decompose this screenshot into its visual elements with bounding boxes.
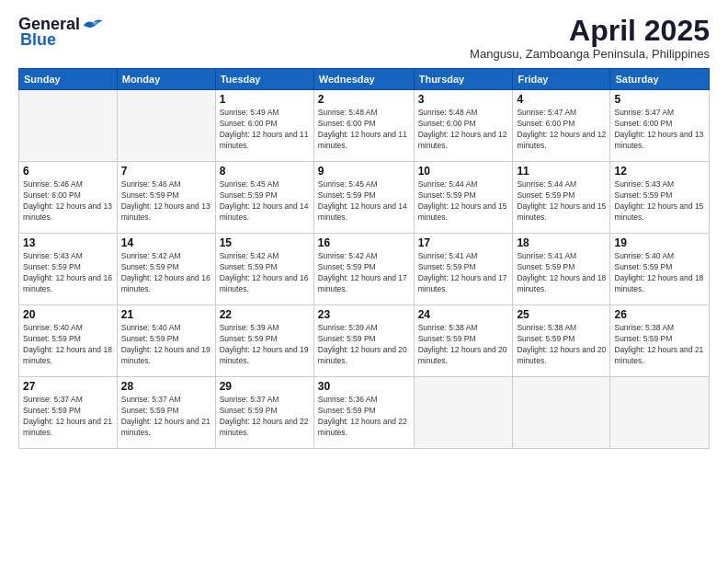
day-info: Sunrise: 5:45 AMSunset: 5:59 PMDaylight:… (318, 179, 410, 224)
calendar-cell: 9Sunrise: 5:45 AMSunset: 5:59 PMDaylight… (313, 162, 414, 234)
calendar-week-3: 13Sunrise: 5:43 AMSunset: 5:59 PMDayligh… (19, 234, 710, 305)
weekday-header-sunday: Sunday (19, 69, 118, 90)
day-info: Sunrise: 5:42 AMSunset: 5:59 PMDaylight:… (318, 251, 410, 295)
calendar-cell: 26Sunrise: 5:38 AMSunset: 5:59 PMDayligh… (610, 305, 710, 377)
calendar-title: April 2025 (470, 15, 710, 47)
day-number: 28 (121, 380, 211, 393)
day-info: Sunrise: 5:45 AMSunset: 5:59 PMDaylight:… (220, 179, 310, 224)
day-number: 7 (121, 165, 211, 178)
day-info: Sunrise: 5:38 AMSunset: 5:59 PMDaylight:… (614, 323, 705, 367)
calendar-cell: 7Sunrise: 5:46 AMSunset: 5:59 PMDaylight… (117, 162, 215, 234)
calendar-cell: 18Sunrise: 5:41 AMSunset: 5:59 PMDayligh… (513, 234, 610, 305)
day-info: Sunrise: 5:43 AMSunset: 5:59 PMDaylight:… (614, 179, 705, 224)
day-number: 23 (318, 308, 410, 321)
day-number: 12 (614, 165, 705, 178)
day-info: Sunrise: 5:38 AMSunset: 5:59 PMDaylight:… (418, 323, 509, 367)
day-info: Sunrise: 5:40 AMSunset: 5:59 PMDaylight:… (614, 251, 705, 295)
calendar-cell: 6Sunrise: 5:46 AMSunset: 6:00 PMDaylight… (19, 162, 118, 234)
calendar-cell: 15Sunrise: 5:42 AMSunset: 5:59 PMDayligh… (215, 234, 313, 305)
day-number: 4 (517, 93, 606, 106)
day-info: Sunrise: 5:41 AMSunset: 5:59 PMDaylight:… (418, 251, 509, 295)
day-info: Sunrise: 5:39 AMSunset: 5:59 PMDaylight:… (220, 323, 310, 367)
day-info: Sunrise: 5:36 AMSunset: 5:59 PMDaylight:… (318, 395, 410, 439)
day-number: 9 (318, 165, 410, 178)
calendar-cell: 24Sunrise: 5:38 AMSunset: 5:59 PMDayligh… (414, 305, 513, 377)
day-info: Sunrise: 5:48 AMSunset: 6:00 PMDaylight:… (418, 108, 509, 152)
day-number: 29 (220, 380, 310, 393)
calendar-cell: 12Sunrise: 5:43 AMSunset: 5:59 PMDayligh… (610, 162, 710, 234)
day-number: 15 (220, 236, 310, 249)
calendar-cell: 10Sunrise: 5:44 AMSunset: 5:59 PMDayligh… (414, 162, 513, 234)
day-info: Sunrise: 5:37 AMSunset: 5:59 PMDaylight:… (220, 395, 310, 439)
day-number: 24 (418, 308, 509, 321)
day-info: Sunrise: 5:40 AMSunset: 5:59 PMDaylight:… (121, 323, 211, 367)
day-info: Sunrise: 5:37 AMSunset: 5:59 PMDaylight:… (121, 395, 211, 439)
day-info: Sunrise: 5:37 AMSunset: 5:59 PMDaylight:… (23, 395, 113, 439)
day-number: 25 (517, 308, 606, 321)
calendar-cell: 16Sunrise: 5:42 AMSunset: 5:59 PMDayligh… (313, 234, 414, 305)
day-number: 11 (517, 165, 606, 178)
day-info: Sunrise: 5:48 AMSunset: 6:00 PMDaylight:… (318, 108, 410, 152)
calendar-cell: 20Sunrise: 5:40 AMSunset: 5:59 PMDayligh… (19, 305, 118, 377)
day-number: 1 (220, 93, 310, 106)
calendar-cell: 5Sunrise: 5:47 AMSunset: 6:00 PMDaylight… (610, 90, 710, 162)
day-info: Sunrise: 5:39 AMSunset: 5:59 PMDaylight:… (318, 323, 410, 367)
calendar-cell: 1Sunrise: 5:49 AMSunset: 6:00 PMDaylight… (215, 90, 313, 162)
calendar-cell: 17Sunrise: 5:41 AMSunset: 5:59 PMDayligh… (414, 234, 513, 305)
calendar-cell: 28Sunrise: 5:37 AMSunset: 5:59 PMDayligh… (117, 377, 215, 449)
calendar-subtitle: Mangusu, Zamboanga Peninsula, Philippine… (470, 47, 710, 61)
day-info: Sunrise: 5:46 AMSunset: 5:59 PMDaylight:… (121, 179, 211, 224)
day-info: Sunrise: 5:44 AMSunset: 5:59 PMDaylight:… (418, 179, 509, 224)
calendar-week-2: 6Sunrise: 5:46 AMSunset: 6:00 PMDaylight… (19, 162, 710, 234)
day-number: 10 (418, 165, 509, 178)
calendar-cell (513, 377, 610, 449)
calendar-cell: 21Sunrise: 5:40 AMSunset: 5:59 PMDayligh… (117, 305, 215, 377)
weekday-header-thursday: Thursday (414, 69, 513, 90)
calendar-cell: 19Sunrise: 5:40 AMSunset: 5:59 PMDayligh… (610, 234, 710, 305)
logo: General Blue (18, 15, 104, 50)
day-number: 17 (418, 236, 509, 249)
calendar-cell: 3Sunrise: 5:48 AMSunset: 6:00 PMDaylight… (414, 90, 513, 162)
day-number: 20 (23, 308, 113, 321)
day-number: 13 (23, 236, 113, 249)
day-info: Sunrise: 5:49 AMSunset: 6:00 PMDaylight:… (220, 108, 310, 152)
day-info: Sunrise: 5:40 AMSunset: 5:59 PMDaylight:… (23, 323, 113, 367)
day-number: 3 (418, 93, 509, 106)
day-number: 26 (614, 308, 705, 321)
calendar-cell: 30Sunrise: 5:36 AMSunset: 5:59 PMDayligh… (313, 377, 414, 449)
day-number: 27 (23, 380, 113, 393)
day-number: 22 (220, 308, 310, 321)
calendar-cell: 2Sunrise: 5:48 AMSunset: 6:00 PMDaylight… (313, 90, 414, 162)
weekday-header-monday: Monday (117, 69, 215, 90)
day-number: 14 (121, 236, 211, 249)
weekday-header-friday: Friday (513, 69, 610, 90)
calendar-cell: 23Sunrise: 5:39 AMSunset: 5:59 PMDayligh… (313, 305, 414, 377)
logo-blue-text: Blue (20, 30, 56, 50)
day-info: Sunrise: 5:47 AMSunset: 6:00 PMDaylight:… (614, 108, 705, 152)
day-number: 2 (318, 93, 410, 106)
day-number: 6 (23, 165, 113, 178)
calendar-cell: 29Sunrise: 5:37 AMSunset: 5:59 PMDayligh… (215, 377, 313, 449)
day-number: 5 (614, 93, 705, 106)
weekday-header-tuesday: Tuesday (215, 69, 313, 90)
day-info: Sunrise: 5:44 AMSunset: 5:59 PMDaylight:… (517, 179, 606, 224)
calendar-header-row: SundayMondayTuesdayWednesdayThursdayFrid… (19, 69, 710, 90)
calendar-cell (19, 90, 118, 162)
calendar-cell: 13Sunrise: 5:43 AMSunset: 5:59 PMDayligh… (19, 234, 118, 305)
calendar-week-1: 1Sunrise: 5:49 AMSunset: 6:00 PMDaylight… (19, 90, 710, 162)
page: General Blue April 2025 Mangusu, Zamboan… (0, 0, 728, 563)
calendar-cell: 4Sunrise: 5:47 AMSunset: 6:00 PMDaylight… (513, 90, 610, 162)
calendar-table: SundayMondayTuesdayWednesdayThursdayFrid… (18, 68, 710, 449)
day-number: 8 (220, 165, 310, 178)
calendar-cell: 22Sunrise: 5:39 AMSunset: 5:59 PMDayligh… (215, 305, 313, 377)
header: General Blue April 2025 Mangusu, Zamboan… (18, 15, 710, 61)
day-info: Sunrise: 5:41 AMSunset: 5:59 PMDaylight:… (517, 251, 606, 295)
day-number: 30 (318, 380, 410, 393)
weekday-header-saturday: Saturday (610, 69, 710, 90)
day-number: 18 (517, 236, 606, 249)
day-number: 21 (121, 308, 211, 321)
title-block: April 2025 Mangusu, Zamboanga Peninsula,… (470, 15, 710, 61)
day-number: 16 (318, 236, 410, 249)
calendar-cell: 14Sunrise: 5:42 AMSunset: 5:59 PMDayligh… (117, 234, 215, 305)
day-info: Sunrise: 5:43 AMSunset: 5:59 PMDaylight:… (23, 251, 113, 295)
